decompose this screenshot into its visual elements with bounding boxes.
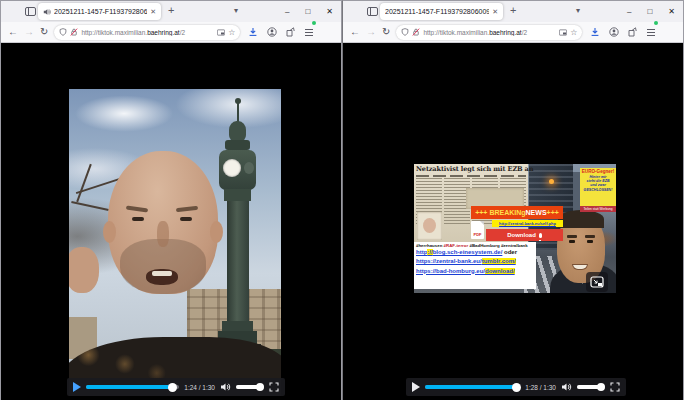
tree-branch: [76, 164, 92, 202]
man-face: [108, 151, 218, 294]
back-button[interactable]: ←: [8, 27, 18, 37]
fullscreen-icon[interactable]: [269, 382, 279, 392]
new-tab-button[interactable]: +: [510, 4, 516, 16]
eyebrow: [585, 235, 595, 238]
euro-gegner-box: EURO-Gegner! Hinter mir steht die EZB un…: [580, 168, 616, 206]
volume-handle[interactable]: [597, 383, 605, 391]
url-text: http://tiktok.maximilian.baehring.at/2: [423, 29, 556, 36]
seek-handle[interactable]: [512, 383, 521, 392]
account-icon[interactable]: [609, 27, 619, 37]
eyebrow: [126, 205, 148, 212]
shield-icon[interactable]: [401, 28, 409, 36]
video-page[interactable]: Netzaktivist legt sich mit EZB an EURO-G…: [343, 43, 683, 400]
seek-progress: [86, 385, 173, 389]
tab[interactable]: 20251211-1457-F1193792806009277 ✕: [380, 3, 503, 20]
seek-handle[interactable]: [168, 383, 177, 392]
ear: [103, 221, 116, 243]
url-bar[interactable]: http://tiktok.maximilian.baehring.at/2 ☆: [396, 25, 582, 40]
tab-overflow-icon[interactable]: ▾: [234, 6, 238, 15]
volume-handle[interactable]: [256, 383, 264, 391]
seek-bar[interactable]: [425, 385, 520, 389]
seek-bar[interactable]: [86, 385, 179, 389]
fullscreen-icon[interactable]: [610, 382, 620, 392]
tab[interactable]: 20251211-1457-F1193792806009277 ✕: [38, 3, 161, 20]
hair: [558, 210, 604, 228]
forward-button[interactable]: →: [366, 27, 376, 37]
tab-close-icon[interactable]: ✕: [150, 8, 156, 15]
volume-slider[interactable]: [577, 385, 605, 389]
eye: [587, 240, 593, 243]
video-page[interactable]: 1:24 / 1:30: [1, 43, 341, 400]
volume-level: [577, 385, 601, 389]
teeth: [152, 271, 172, 276]
tab-close-icon[interactable]: ✕: [492, 8, 498, 15]
browser-window-right: 20251211-1457-F1193792806009277 ✕ + ▾ – …: [342, 0, 684, 400]
insecure-lock-icon[interactable]: [412, 28, 420, 36]
video-controls: 1:24 / 1:30: [67, 378, 285, 396]
menu-badge-dot: [312, 21, 316, 25]
euro-box-title: EURO-Gegner!: [580, 169, 616, 175]
volume-icon[interactable]: [561, 382, 572, 392]
link-zentralbank[interactable]: https://zentral-bank.eu/tumblr.com/: [416, 257, 534, 266]
clock-tower-finial: [237, 103, 239, 123]
minimize-button[interactable]: –: [285, 8, 289, 16]
firefox-view-icon[interactable]: [367, 7, 378, 16]
back-button[interactable]: ←: [350, 27, 360, 37]
reload-button[interactable]: ↻: [40, 27, 48, 37]
eye: [132, 217, 144, 221]
newspaper-headline: Netzaktivist legt sich mit EZB an: [416, 166, 526, 173]
video-right[interactable]: Netzaktivist legt sich mit EZB an EURO-G…: [414, 164, 616, 293]
titlebar: 20251211-1457-F1193792806009277 ✕ + ▾ – …: [1, 1, 341, 22]
tab-audio-icon[interactable]: [43, 8, 51, 16]
picture-in-picture-button[interactable]: [586, 272, 608, 292]
forward-button[interactable]: →: [24, 27, 34, 37]
tab-title: 20251211-1457-F1193792806009277: [54, 8, 147, 15]
pip-page-action-icon[interactable]: [559, 29, 567, 36]
eye: [180, 217, 192, 221]
window-controls: – □ ✕: [627, 1, 675, 22]
maximize-button[interactable]: □: [305, 8, 310, 16]
tab-overflow-icon[interactable]: ▾: [576, 6, 580, 15]
play-button[interactable]: [73, 382, 81, 392]
bookmark-star-icon[interactable]: ☆: [570, 28, 577, 37]
close-button[interactable]: ✕: [668, 8, 675, 16]
insecure-lock-icon[interactable]: [70, 28, 78, 36]
maximize-button[interactable]: □: [647, 8, 652, 16]
bookmark-star-icon[interactable]: ☆: [228, 28, 235, 37]
link-blog[interactable]: http://blog.sch-einesystem.de/ oder: [416, 248, 534, 257]
clock-tower-collar: [225, 140, 250, 150]
shield-icon[interactable]: [59, 28, 67, 36]
share-icon[interactable]: [286, 27, 295, 37]
clock-tower-column: [227, 201, 249, 323]
titlebar: 20251211-1457-F1193792806009277 ✕ + ▾ – …: [343, 1, 683, 22]
pip-page-action-icon[interactable]: [217, 29, 225, 36]
url-bar[interactable]: http://tiktok.maximilian.baehring.at/2 ☆: [54, 25, 240, 40]
menu-button[interactable]: [304, 23, 314, 41]
link-badhomburg[interactable]: https://bad-homburg.eu/download/: [416, 267, 534, 276]
minimize-button[interactable]: –: [627, 8, 631, 16]
eyebrow: [567, 235, 577, 238]
video-controls: 1:28 / 1:30: [406, 378, 626, 396]
hamburger-menu-icon: [646, 28, 656, 37]
close-button[interactable]: ✕: [326, 8, 333, 16]
firefox-view-icon[interactable]: [25, 7, 36, 16]
share-icon[interactable]: [628, 27, 637, 37]
account-icon[interactable]: [267, 27, 277, 37]
volume-level: [236, 385, 260, 389]
play-button[interactable]: [412, 382, 420, 392]
tree-branch: [71, 201, 109, 211]
new-tab-button[interactable]: +: [168, 4, 174, 16]
clock-tower-neck: [224, 189, 251, 201]
tab-title: 20251211-1457-F1193792806009277: [385, 8, 489, 15]
mini-link[interactable]: http://zentral-bank.eu/self.php: [492, 220, 563, 227]
tower-light: [549, 179, 554, 184]
downloads-icon[interactable]: [248, 27, 258, 37]
volume-icon[interactable]: [220, 382, 231, 392]
reload-button[interactable]: ↻: [382, 27, 390, 37]
volume-slider[interactable]: [236, 385, 264, 389]
downloads-icon[interactable]: [590, 27, 600, 37]
stubble: [120, 239, 206, 294]
download-button[interactable]: Download: [486, 229, 563, 241]
menu-button[interactable]: [646, 23, 656, 41]
video-left[interactable]: [69, 89, 281, 396]
